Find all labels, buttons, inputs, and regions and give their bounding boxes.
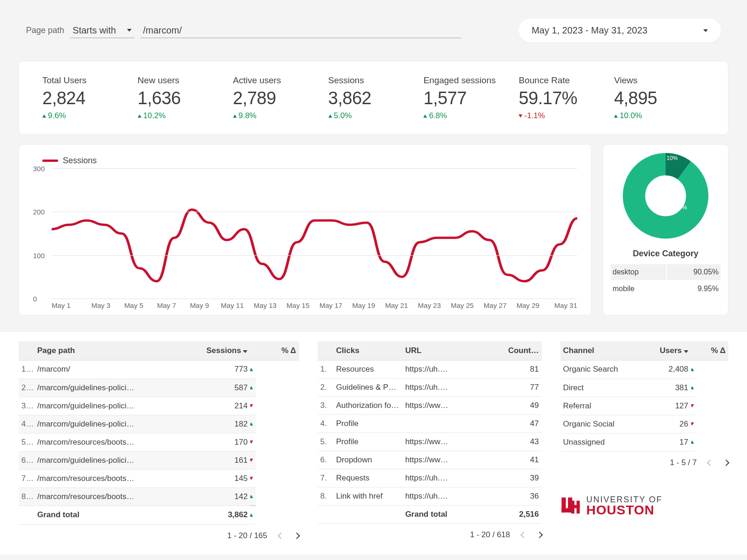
table-row[interactable]: 7. Requests https://uh.edu/marcom/… 39 — [318, 469, 542, 487]
x-tick: May 9 — [183, 301, 216, 309]
metric-value: 3,862 — [328, 88, 419, 108]
metric-label: Sessions — [328, 75, 419, 86]
metric-delta: -1.1% — [519, 111, 609, 120]
table-row[interactable]: Direct 381 1.3% — [560, 379, 729, 397]
row-index: 2. — [318, 379, 333, 397]
x-tick: May 25 — [446, 301, 479, 309]
table-row[interactable]: 8. Link with href https://uh.edu/marcom/… — [318, 487, 542, 506]
metric-label: Engaged sessions — [423, 75, 514, 86]
click-count-cell: 81 — [455, 360, 542, 379]
click-name-cell: Requests — [333, 469, 403, 487]
metric-value: 59.17% — [519, 88, 609, 108]
x-axis: May 1May 3May 5May 7May 9May 11May 13May… — [52, 301, 577, 309]
row-index: 5… — [19, 433, 34, 451]
table-row[interactable]: 7… /marcom/resources/bootstrap/component… — [19, 469, 299, 487]
x-tick: May 3 — [85, 301, 118, 309]
sessions-cell: 170 — [138, 433, 250, 451]
pager-text: 1 - 20 / 165 — [227, 531, 267, 540]
table-row[interactable]: 3. Authorization for… https://www.uhsyst… — [318, 397, 542, 415]
col-delta[interactable]: % Δ — [250, 341, 299, 360]
filter-operator-text: Starts with — [73, 25, 116, 36]
table-row[interactable]: 6. Dropdown https://www.uh.edu/mar… 41 — [318, 451, 542, 469]
date-range-picker[interactable]: May 1, 2023 - May 31, 2023 — [519, 19, 721, 42]
delta-cell: 37.5% — [250, 379, 256, 397]
row-index: 2… — [19, 379, 34, 397]
y-tick: 200 — [33, 208, 45, 216]
table-row[interactable]: 4… /marcom/guidelines-policies/photo-rel… — [19, 415, 299, 433]
click-count-cell: 36 — [455, 487, 542, 506]
arrow-up-icon — [614, 114, 618, 118]
grand-count: 2,516 — [455, 506, 542, 524]
metric-label: Bounce Rate — [519, 75, 609, 86]
chevron-down-icon — [127, 29, 132, 32]
grand-label: Grand total — [34, 506, 138, 524]
click-name-cell: Dropdown — [333, 451, 403, 469]
row-index: 6. — [318, 451, 333, 469]
next-page-button[interactable] — [293, 532, 300, 539]
table-row[interactable]: Referral 127 -5.2% — [560, 397, 729, 415]
col-url[interactable]: URL — [402, 341, 454, 360]
click-url-cell: https://www.uh.edu/mar… — [402, 433, 454, 451]
table-row[interactable]: 3… /marcom/guidelines-policies/web-style… — [19, 397, 299, 415]
next-page-button[interactable] — [723, 459, 729, 466]
col-users[interactable]: Users — [628, 341, 691, 360]
table-row[interactable]: 6… /marcom/guidelines-policies/social-me… — [19, 451, 299, 469]
pager: 1 - 5 / 7 — [560, 458, 729, 467]
click-count-cell: 39 — [455, 469, 542, 487]
users-cell: 26 — [628, 415, 691, 433]
device-value: 90.05% — [667, 264, 720, 280]
table-row[interactable]: 4. Profile 47 — [318, 415, 542, 433]
metric-value: 1,636 — [138, 88, 228, 108]
click-url-cell: https://www.uh.edu/mar… — [402, 451, 454, 469]
channel-cell: Referral — [560, 397, 628, 415]
table-row[interactable]: 8… /marcom/resources/bootstrap/component… — [19, 487, 299, 506]
filter-value-input[interactable]: /marcom/ — [140, 23, 461, 38]
col-sessions[interactable]: Sessions — [138, 341, 250, 360]
col-channel[interactable]: Channel — [560, 341, 628, 360]
svg-rect-7 — [571, 505, 580, 508]
metric-delta: 10.2% — [138, 111, 228, 120]
device-category-title: Device Category — [633, 249, 698, 259]
page-path-cell: /marcom/resources/bootstrap/components/n… — [34, 469, 138, 487]
metric-tile: Engaged sessions 1,577 6.8% — [423, 75, 514, 120]
users-cell: 17 — [628, 433, 691, 451]
table-row[interactable]: Organic Search 2,408 10.9% — [560, 360, 729, 379]
col-delta[interactable]: % Δ — [691, 341, 728, 360]
line-chart: 0100200300 — [52, 168, 577, 299]
table-row[interactable]: Unassigned 17 21.4% — [560, 433, 729, 451]
click-count-cell: 41 — [455, 451, 542, 469]
filter-operator-dropdown[interactable]: Starts with — [70, 23, 134, 38]
col-clicks[interactable]: Clicks — [333, 341, 403, 360]
page-path-cell: /marcom/guidelines-policies/web-style/ — [34, 397, 138, 415]
delta-cell: -2.3% — [250, 433, 256, 451]
table-row[interactable]: 1… /marcom/ 773 9.3% — [19, 360, 299, 379]
click-url-cell: https://uh.edu/marcom/… — [402, 360, 454, 379]
arrow-up-icon — [423, 114, 427, 118]
delta-cell: 4.6% — [250, 415, 256, 433]
table-row[interactable]: 5… /marcom/resources/bootstrap/component… — [19, 433, 299, 451]
metric-value: 2,824 — [42, 88, 133, 108]
col-page-path[interactable]: Page path — [34, 341, 138, 360]
channel-cell: Organic Search — [560, 360, 628, 379]
metric-label: New users — [138, 75, 228, 86]
next-page-button[interactable] — [536, 532, 542, 538]
channel-cell: Direct — [560, 379, 628, 397]
page-path-cell: /marcom/ — [34, 360, 138, 379]
click-name-cell: Profile — [333, 433, 403, 451]
table-row[interactable]: Organic Social 26 -3.7% — [560, 415, 729, 433]
grand-total-row: Grand total 3,862 5.0% — [19, 506, 299, 524]
col-count[interactable]: Count… — [455, 341, 542, 360]
table-row: desktop90.05% — [611, 264, 720, 280]
click-name-cell: Authorization for… — [333, 397, 403, 415]
prev-page-button[interactable] — [277, 532, 284, 539]
prev-page-button[interactable] — [520, 532, 527, 538]
table-row[interactable]: 1. Resources https://uh.edu/marcom/… 81 — [318, 360, 542, 379]
x-tick: May 27 — [479, 301, 512, 309]
sessions-cell: 161 — [138, 451, 250, 469]
x-tick: May 23 — [413, 301, 446, 309]
click-url-cell: https://uh.edu/marcom/… — [402, 487, 454, 506]
prev-page-button[interactable] — [707, 459, 714, 466]
table-row[interactable]: 2. Guidelines & Poli… https://uh.edu/mar… — [318, 379, 542, 397]
table-row[interactable]: 2… /marcom/guidelines-policies/email-sig… — [19, 379, 299, 397]
table-row[interactable]: 5. Profile https://www.uh.edu/mar… 43 — [318, 433, 542, 451]
